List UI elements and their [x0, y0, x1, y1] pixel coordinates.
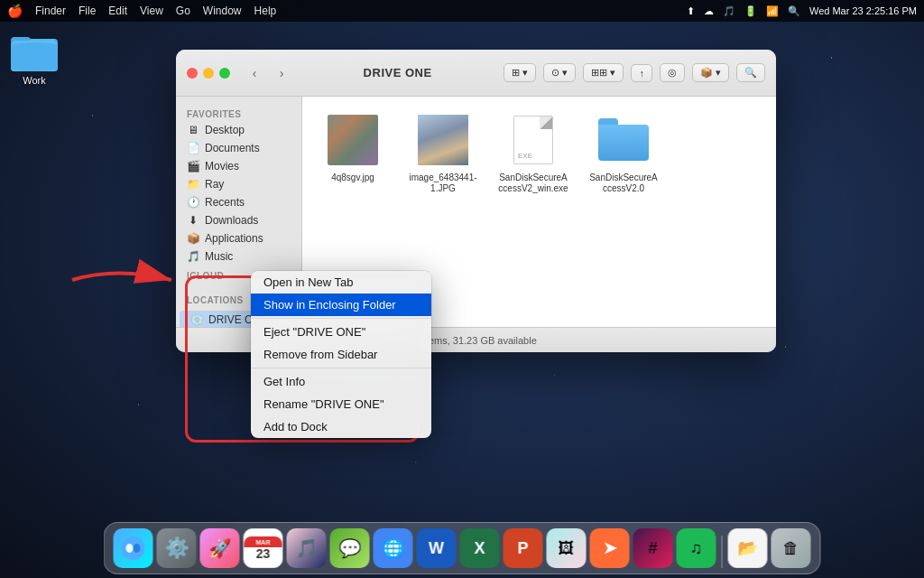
dock-item-powerpoint[interactable]: P: [504, 528, 543, 568]
dock-item-system-prefs[interactable]: ⚙️: [157, 528, 197, 568]
share-button[interactable]: ↑: [631, 64, 652, 82]
maximize-button[interactable]: [219, 68, 230, 79]
file-item-exe[interactable]: EXE SanDiskSecureAccessV2_win.exe: [497, 111, 569, 194]
svg-point-6: [126, 544, 134, 553]
work-folder-label: Work: [23, 75, 45, 86]
dock-item-trash[interactable]: 🗑: [772, 528, 811, 568]
context-menu-item-show-enclosing[interactable]: Show in Enclosing Folder: [251, 294, 431, 316]
dropbox-button[interactable]: 📦 ▾: [692, 63, 729, 82]
apple-logo[interactable]: 🍎: [7, 4, 23, 18]
menubar-view[interactable]: View: [140, 5, 163, 17]
file-item-jpg2[interactable]: image_6483441-1.JPG: [407, 111, 479, 194]
files-icon: 📂: [738, 538, 758, 558]
action-button[interactable]: ⊙ ▾: [543, 63, 576, 82]
grid-button[interactable]: ⊞⊞ ▾: [583, 63, 624, 82]
dock-item-excel[interactable]: X: [460, 528, 500, 568]
powerpoint-icon: P: [517, 539, 528, 558]
sidebar-item-recents[interactable]: 🕐 Recents: [176, 193, 301, 211]
launchpad-icon: 🚀: [208, 537, 231, 559]
recents-icon: 🕐: [187, 196, 199, 209]
sidebar-item-movies[interactable]: 🎬 Movies: [176, 157, 301, 175]
menubar-finder[interactable]: Finder: [35, 5, 66, 17]
window-title: DRIVE ONE: [299, 66, 496, 79]
svg-point-7: [134, 544, 141, 553]
status-text: 4 items, 31.23 GB available: [415, 335, 537, 346]
annotation-arrow: [63, 257, 189, 303]
favorites-label: Favorites: [176, 104, 301, 121]
dock-item-finder[interactable]: [114, 528, 153, 568]
sidebar-item-music[interactable]: 🎵 Music: [176, 247, 301, 266]
file-icon-jpg2: [414, 111, 472, 169]
search-button[interactable]: 🔍: [736, 63, 765, 82]
dock-item-messages[interactable]: 💬: [330, 528, 370, 568]
slack-icon: #: [648, 539, 657, 558]
dock-item-music[interactable]: 🎵: [287, 528, 327, 568]
tag-button[interactable]: ◎: [660, 63, 685, 82]
dock-item-spotify[interactable]: ♫: [677, 528, 716, 568]
sidebar-item-ray[interactable]: 📁 Ray: [176, 175, 301, 193]
finder-dock-icon: [121, 536, 146, 561]
context-menu-item-add-dock[interactable]: Add to Dock: [251, 415, 431, 438]
dock-item-slack[interactable]: #: [633, 528, 673, 568]
menubar-cloud-icon: ☁: [704, 5, 714, 17]
dock-separator: [722, 536, 723, 568]
dock-item-submit[interactable]: ➤: [590, 528, 630, 568]
menubar-audio-icon: 🎵: [723, 5, 735, 17]
menubar-battery-icon: 🔋: [744, 5, 757, 17]
menubar-edit[interactable]: Edit: [108, 5, 127, 17]
jpg-thumbnail-1: [328, 115, 378, 165]
sidebar-item-ray-label: Ray: [205, 178, 224, 191]
sidebar-item-applications[interactable]: 📦 Applications: [176, 229, 301, 247]
menubar-wifi-icon: 📶: [766, 5, 779, 17]
sidebar-item-documents-label: Documents: [205, 142, 260, 154]
calendar-day: 23: [256, 547, 271, 560]
menubar-go[interactable]: Go: [176, 5, 190, 17]
dock-item-word[interactable]: W: [417, 528, 457, 568]
context-menu-item-rename[interactable]: Rename "DRIVE ONE": [251, 393, 431, 415]
dock-item-preview[interactable]: 🖼: [547, 528, 587, 568]
context-menu-item-eject[interactable]: Eject "DRIVE ONE": [251, 321, 431, 343]
trash-icon: 🗑: [783, 539, 799, 558]
messages-icon: 💬: [338, 537, 361, 559]
movies-icon: 🎬: [187, 160, 199, 172]
exe-file-icon: EXE: [513, 116, 553, 164]
menubar-file[interactable]: File: [79, 5, 96, 17]
sidebar-item-documents[interactable]: 📄 Documents: [176, 139, 301, 157]
dock-item-chrome[interactable]: 🌐: [374, 528, 413, 568]
menubar-search-icon[interactable]: 🔍: [788, 5, 800, 17]
file-item-jpg1[interactable]: 4q8sgv.jpg: [317, 111, 389, 194]
menubar-left: 🍎 Finder File Edit View Go Window Help: [7, 4, 276, 18]
sidebar-item-desktop-label: Desktop: [205, 124, 245, 136]
context-menu-item-open-tab[interactable]: Open in New Tab: [251, 271, 431, 294]
sidebar-item-downloads[interactable]: ⬇ Downloads: [176, 211, 301, 229]
chrome-icon: 🌐: [382, 537, 404, 559]
dock-item-launchpad[interactable]: 🚀: [200, 528, 240, 568]
desktop-work-folder[interactable]: Work: [11, 32, 58, 86]
context-menu-item-remove-sidebar[interactable]: Remove from Sidebar: [251, 343, 431, 366]
calendar-month: MAR: [256, 539, 271, 545]
close-button[interactable]: [187, 68, 198, 79]
context-menu-item-get-info[interactable]: Get Info: [251, 370, 431, 393]
view-toggle-button[interactable]: ⊞ ▾: [504, 63, 536, 82]
dock-item-calendar[interactable]: MAR 23: [244, 528, 283, 568]
forward-button[interactable]: ›: [272, 63, 291, 83]
finder-titlebar: ‹ › DRIVE ONE ⊞ ▾ ⊙ ▾ ⊞⊞ ▾ ↑ ◎ 📦 ▾ 🔍: [176, 50, 776, 97]
file-item-folder[interactable]: SanDiskSecureAccessV2.0: [587, 111, 660, 194]
sidebar-item-applications-label: Applications: [205, 232, 263, 245]
system-prefs-icon: ⚙️: [164, 536, 189, 560]
work-folder-icon: [11, 32, 58, 71]
back-button[interactable]: ‹: [245, 63, 264, 83]
menubar-window[interactable]: Window: [203, 5, 242, 17]
dock-item-files[interactable]: 📂: [728, 528, 768, 568]
spotify-icon: ♫: [690, 539, 703, 558]
applications-icon: 📦: [187, 232, 199, 245]
sidebar-item-recents-label: Recents: [205, 196, 245, 209]
file-label-exe: SanDiskSecureAccessV2_win.exe: [497, 172, 569, 194]
file-label-folder: SanDiskSecureAccessV2.0: [587, 172, 660, 194]
menubar-help[interactable]: Help: [254, 5, 277, 17]
menubar: 🍎 Finder File Edit View Go Window Help ⬆…: [0, 0, 924, 22]
preview-icon: 🖼: [559, 539, 575, 558]
sidebar-item-desktop[interactable]: 🖥 Desktop: [176, 121, 301, 139]
documents-icon: 📄: [187, 142, 199, 154]
minimize-button[interactable]: [203, 68, 214, 79]
